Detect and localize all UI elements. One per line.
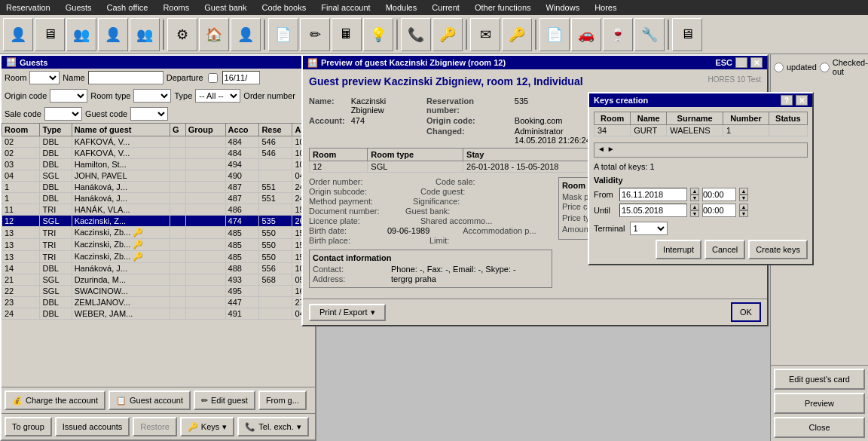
- toolbar-btn-user2[interactable]: 👤: [98, 18, 128, 51]
- col-room: Room: [310, 149, 368, 161]
- toolbar-btn-user3[interactable]: 👤: [231, 18, 261, 51]
- interrupt-button[interactable]: Interrupt: [656, 240, 701, 259]
- from-date-input[interactable]: [619, 188, 687, 201]
- from-time-up[interactable]: ▲: [739, 188, 748, 194]
- toolbar-btn-user[interactable]: 👤: [3, 18, 33, 51]
- wine-icon: 🍷: [610, 26, 626, 43]
- menu-code-books[interactable]: Code books: [259, 2, 310, 14]
- terminal-label: Terminal: [594, 224, 625, 233]
- modal-overlay: 🪟 Preview of guest Kaczinski Zbigniew (r…: [0, 54, 868, 441]
- menu-cash-office[interactable]: Cash office: [104, 2, 151, 14]
- user3-icon: 👤: [237, 26, 254, 43]
- toolbar-btn-group[interactable]: 👥: [66, 18, 96, 51]
- menu-hores[interactable]: Hores: [591, 2, 619, 14]
- until-time-down[interactable]: ▼: [739, 210, 748, 217]
- keys-row: 34 GURT WAELENS 1: [594, 125, 808, 136]
- user2-icon: 👤: [105, 26, 121, 43]
- acc-p-key: Accommodation p...: [463, 226, 538, 235]
- create-keys-button[interactable]: Create keys: [748, 240, 808, 259]
- print-export-button[interactable]: Print / Export ▾: [309, 304, 386, 321]
- preview-modal-icon: 🪟: [307, 58, 318, 68]
- contact-section: Contact information Contact: Phone: -, F…: [309, 250, 552, 288]
- toolbar-btn-key[interactable]: 🔑: [432, 18, 463, 51]
- phone-icon: 📞: [408, 26, 424, 43]
- toolbar-divider-6: [668, 20, 669, 50]
- until-time-input[interactable]: [702, 204, 736, 217]
- toolbar-btn-wine[interactable]: 🍷: [603, 18, 633, 51]
- from-date-down[interactable]: ▼: [690, 194, 699, 201]
- keys-table: Room Name Surname Number Status 34 GURT …: [594, 112, 808, 136]
- terminal-select[interactable]: 1: [630, 222, 668, 235]
- until-date-down[interactable]: ▼: [690, 210, 699, 217]
- car-icon: 🚗: [578, 26, 594, 43]
- birth-date-val: 09-06-1989: [387, 226, 429, 235]
- print-label: Print / Export: [319, 308, 368, 317]
- toolbar-btn-edit[interactable]: ✏: [300, 18, 330, 51]
- keys-col-name: Name: [631, 112, 667, 125]
- changed-label: [309, 127, 345, 145]
- keys-col-room: Room: [594, 112, 631, 125]
- toolbar-btn-tools[interactable]: 🔧: [634, 18, 665, 51]
- toolbar-btn-monitor[interactable]: 🖥: [35, 18, 65, 51]
- contact-val: Phone: -, Fax: -, Email: -, Skype: -: [391, 265, 516, 274]
- until-date-input[interactable]: [619, 204, 687, 217]
- menu-current[interactable]: Current: [429, 2, 463, 14]
- toolbar-btn-calc[interactable]: 🖩: [332, 18, 362, 51]
- keys-scrollbar[interactable]: ◄ ►: [594, 142, 808, 158]
- col-room-type: Room type: [368, 149, 463, 161]
- print-dropdown-icon: ▾: [371, 308, 375, 317]
- toolbar-btn-monitor2[interactable]: 🖥: [672, 18, 702, 51]
- hores-label: HORES 10 Test: [708, 75, 761, 84]
- menu-guests[interactable]: Guests: [63, 2, 95, 14]
- from-date-up[interactable]: ▲: [690, 188, 699, 194]
- keys-title-bar: Keys creation ? ✕: [589, 93, 812, 107]
- toolbar-btn-doc2[interactable]: 📄: [539, 18, 570, 51]
- menu-windows[interactable]: Windows: [543, 2, 583, 14]
- menu-reservation[interactable]: Reservation: [3, 2, 53, 14]
- from-time-down[interactable]: ▼: [739, 194, 748, 201]
- cancel-button[interactable]: Cancel: [704, 240, 745, 259]
- origin-label: Origin code:: [426, 116, 509, 125]
- minimize-button[interactable]: _: [735, 57, 747, 68]
- from-time-input[interactable]: [702, 188, 736, 201]
- toolbar-btn-mail[interactable]: ✉: [470, 18, 500, 51]
- menu-guest-bank[interactable]: Guest bank: [201, 2, 249, 14]
- menu-rooms[interactable]: Rooms: [160, 2, 192, 14]
- until-date-spinner[interactable]: ▲ ▼: [690, 204, 699, 217]
- doc2-icon: 📄: [546, 26, 563, 43]
- keys-name: GURT: [631, 125, 667, 136]
- until-time-spinner[interactable]: ▲ ▼: [739, 204, 748, 217]
- from-time-spinner[interactable]: ▲ ▼: [739, 188, 748, 201]
- toolbar-btn-key2[interactable]: 🔑: [502, 18, 532, 51]
- toolbar-btn-car[interactable]: 🚗: [571, 18, 601, 51]
- interrupt-label: Interrupt: [663, 245, 694, 254]
- toolbar-btn-doc[interactable]: 📄: [268, 18, 298, 51]
- keys-room: 34: [594, 125, 631, 136]
- menu-final-account[interactable]: Final account: [318, 2, 373, 14]
- menu-modules[interactable]: Modules: [383, 2, 420, 14]
- from-label: From: [594, 190, 616, 199]
- toolbar-btn-phone[interactable]: 📞: [401, 18, 431, 51]
- until-time-up[interactable]: ▲: [739, 204, 748, 210]
- doc-num-key: Document number:: [309, 207, 384, 216]
- keys-dialog-title: Keys creation: [594, 96, 648, 105]
- close-button[interactable]: ✕: [750, 57, 763, 68]
- changed-label2: Changed:: [426, 127, 509, 145]
- address-key: Address:: [313, 274, 388, 283]
- validity-section: Validity From ▲ ▼ ▲ ▼: [594, 176, 808, 217]
- toolbar-btn-house[interactable]: 🏠: [199, 18, 229, 51]
- toolbar-btn-group2[interactable]: 👥: [130, 18, 160, 51]
- account-label: Account:: [309, 116, 345, 125]
- from-date-spinner[interactable]: ▲ ▼: [690, 188, 699, 201]
- calc-icon: 🖩: [340, 26, 353, 42]
- until-date-up[interactable]: ▲: [690, 204, 699, 210]
- changed-value-placeholder: [351, 127, 420, 145]
- tools-icon: 🔧: [641, 26, 658, 43]
- keys-close-button[interactable]: ✕: [796, 95, 808, 106]
- keys-question-button[interactable]: ?: [781, 95, 793, 106]
- ok-button[interactable]: OK: [731, 302, 761, 322]
- menu-other-functions[interactable]: Other functions: [472, 2, 534, 14]
- menu-bar: Reservation Guests Cash office Rooms Gue…: [0, 0, 868, 15]
- toolbar-btn-bulb[interactable]: 💡: [363, 18, 393, 51]
- toolbar-btn-settings[interactable]: ⚙: [167, 18, 197, 51]
